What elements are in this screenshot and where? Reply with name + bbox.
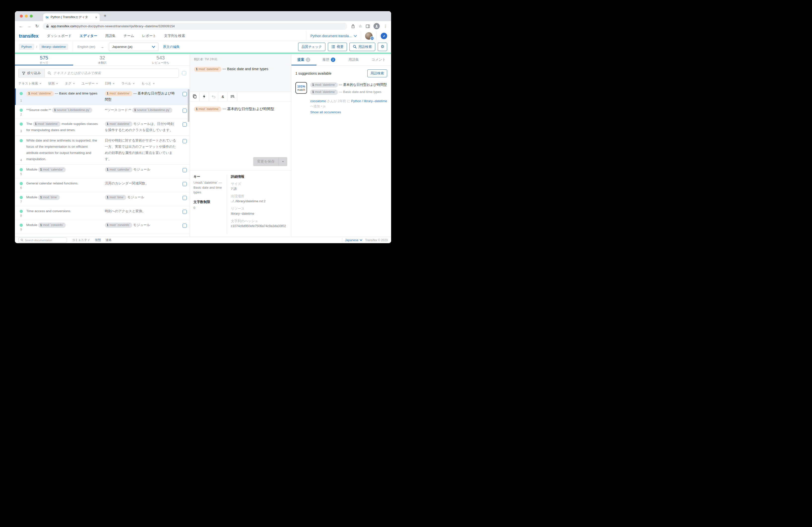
- row-checkbox[interactable]: [183, 139, 187, 143]
- string-row[interactable]: 9Module 1:mod:`zoneinfo`1:mod:`zoneinfo`…: [15, 220, 190, 234]
- string-search-input[interactable]: テキストまたは絞り込みで検索: [44, 69, 179, 77]
- suggestions-tab[interactable]: 提案1: [291, 54, 317, 65]
- suggestions-body: 1 suggestions available 用語検索 101% match …: [291, 66, 391, 119]
- user-menu[interactable]: 16: [361, 31, 376, 41]
- suggestion-item[interactable]: 101% match 1:mod:`datetime` --- 基本的な日付型お…: [295, 82, 387, 116]
- minimize-window-button[interactable]: [25, 15, 28, 18]
- row-checkbox[interactable]: [183, 122, 187, 127]
- target-language-select[interactable]: Japanese (ja): [109, 43, 159, 51]
- nav-item[interactable]: 用語集: [105, 34, 116, 38]
- lock-icon: [46, 25, 49, 28]
- char-limit-value: 0: [193, 205, 223, 210]
- bookmark-star-icon[interactable]: ☆: [359, 24, 362, 29]
- string-row[interactable]: 5Module 1:mod:`calendar`1:mod:`calendar`…: [15, 165, 190, 178]
- meta-link[interactable]: Python / library--datetime: [351, 99, 387, 103]
- side-panel-icon[interactable]: [366, 25, 370, 28]
- edit-source-link[interactable]: 原文の編集: [163, 45, 180, 49]
- footer-language-select[interactable]: Japanese: [345, 238, 362, 242]
- suggestions-tab[interactable]: 用語集: [341, 54, 366, 65]
- save-options-button[interactable]: [279, 161, 287, 162]
- filter-chip[interactable]: ラベル: [121, 81, 135, 86]
- row-checkbox[interactable]: [183, 223, 187, 228]
- forward-icon[interactable]: →: [27, 24, 31, 28]
- string-row[interactable]: 2**Source code:** 1:source:`Lib/datetime…: [15, 105, 190, 119]
- browser-tab[interactable]: tx Python | Transifexエディタ ×: [43, 13, 100, 21]
- nav-item[interactable]: エディター: [79, 34, 97, 38]
- footer-link[interactable]: 状態: [95, 238, 101, 242]
- settings-button[interactable]: ⚙: [378, 43, 387, 51]
- tab-close-icon[interactable]: ×: [95, 15, 97, 19]
- translation-editor[interactable]: 1:mod:`datetime` --- 基本的な日付型および時間型: [190, 101, 291, 157]
- row-checkbox[interactable]: [183, 210, 187, 214]
- filter-chip[interactable]: 状態: [48, 81, 58, 86]
- string-row[interactable]: 11:mod:`datetime` --- Basic date and tim…: [15, 88, 190, 105]
- filter-chip[interactable]: ユーザー: [82, 81, 98, 86]
- nav-item[interactable]: チーム: [124, 34, 134, 38]
- share-icon[interactable]: [351, 24, 355, 28]
- breadcrumb-resource[interactable]: library--datetime: [39, 44, 69, 50]
- filter-chip[interactable]: テキスト検索: [18, 81, 41, 86]
- string-number: 5: [20, 172, 22, 176]
- special-characters-button[interactable]: &: [218, 92, 228, 101]
- breadcrumb-project[interactable]: Python: [19, 44, 34, 50]
- suggestion-source-text: 1:mod:`datetime` --- Basic date and time…: [310, 89, 387, 95]
- suggestions-tab[interactable]: 履歴2: [317, 54, 342, 65]
- overview-button[interactable]: 概要: [328, 43, 347, 51]
- select-all-checkbox[interactable]: [182, 71, 186, 75]
- target-language-value: Japanese (ja): [112, 45, 132, 48]
- row-checkbox[interactable]: [183, 92, 187, 96]
- string-row[interactable]: 7Module 1:mod:`time`1:mod:`time` モジュール: [15, 192, 190, 206]
- back-icon[interactable]: ←: [19, 24, 23, 28]
- list-tab[interactable]: 575すべて: [15, 54, 73, 65]
- editor-tools: &: [190, 92, 291, 101]
- filter-button[interactable]: 絞り込み: [18, 69, 44, 77]
- nav-item[interactable]: レポート: [142, 34, 156, 38]
- save-button[interactable]: 変更を保存: [253, 157, 287, 166]
- help-menu[interactable]: [377, 31, 391, 41]
- footer-link[interactable]: 連絡: [106, 238, 112, 242]
- reload-icon[interactable]: ↻: [35, 24, 39, 28]
- show-all-occurrences-link[interactable]: Show all occurences: [310, 109, 387, 116]
- row-checkbox[interactable]: [183, 108, 187, 113]
- project-switcher[interactable]: Python document transla...: [306, 31, 361, 41]
- suggestions-tab[interactable]: コメント: [366, 54, 391, 65]
- meta-text: • ja: [321, 104, 325, 108]
- string-row[interactable]: 6General calendar related functions.汎用のカ…: [15, 178, 190, 192]
- footer-link[interactable]: コミュニティ: [72, 238, 90, 242]
- address-bar[interactable]: app.transifex.com/python-doc/python-newe…: [43, 23, 347, 30]
- list-tab[interactable]: 543レビュー待ち: [131, 54, 190, 65]
- meta-link[interactable]: cocoatomo: [310, 99, 326, 103]
- filter-chip[interactable]: もっと: [141, 81, 155, 86]
- inline-tag: 1:mod:`datetime`: [26, 91, 54, 96]
- status-dot: [19, 108, 23, 112]
- row-checkbox[interactable]: [183, 168, 187, 172]
- string-row[interactable]: 4While date and time arithmetic is suppo…: [15, 136, 190, 165]
- copy-source-button[interactable]: [190, 92, 199, 101]
- scrollbar-thumb[interactable]: [188, 89, 189, 122]
- string-row[interactable]: 8Time access and conversions.時刻へのアクセスと変換…: [15, 206, 190, 220]
- filter-chip[interactable]: 日時: [105, 81, 115, 86]
- machine-translation-button[interactable]: [199, 92, 209, 101]
- concordance-search-button[interactable]: 用語検索: [349, 43, 375, 51]
- concordance-icon-button[interactable]: [228, 92, 237, 101]
- browser-profile-avatar[interactable]: [374, 23, 380, 29]
- quality-check-button[interactable]: 品質チェック: [298, 43, 325, 51]
- arrow-right-icon: →: [100, 45, 104, 49]
- suggestion-content: 1:mod:`datetime` --- 基本的な日付型および時間型 1:mod…: [310, 82, 387, 116]
- filter-chip[interactable]: タグ: [65, 81, 75, 86]
- nav-item[interactable]: 文字列を検索: [164, 34, 185, 38]
- new-tab-button[interactable]: +: [104, 15, 106, 17]
- string-row[interactable]: 3The 1:mod:`datetime` module supplies cl…: [15, 119, 190, 136]
- maximize-window-button[interactable]: [30, 15, 33, 18]
- kebab-menu-icon[interactable]: ⋮: [383, 24, 387, 29]
- status-dot: [19, 139, 23, 142]
- doc-search-input[interactable]: Search documentation: [18, 237, 67, 243]
- list-tab[interactable]: 32未翻訳: [73, 54, 131, 65]
- nav-item[interactable]: ダッシュボード: [47, 34, 72, 38]
- close-window-button[interactable]: [20, 15, 23, 18]
- undo-button[interactable]: [209, 92, 218, 101]
- concordance-search-button-right[interactable]: 用語検索: [367, 69, 387, 77]
- row-checkbox[interactable]: [183, 196, 187, 200]
- status-dot: [19, 210, 23, 213]
- row-checkbox[interactable]: [183, 182, 187, 186]
